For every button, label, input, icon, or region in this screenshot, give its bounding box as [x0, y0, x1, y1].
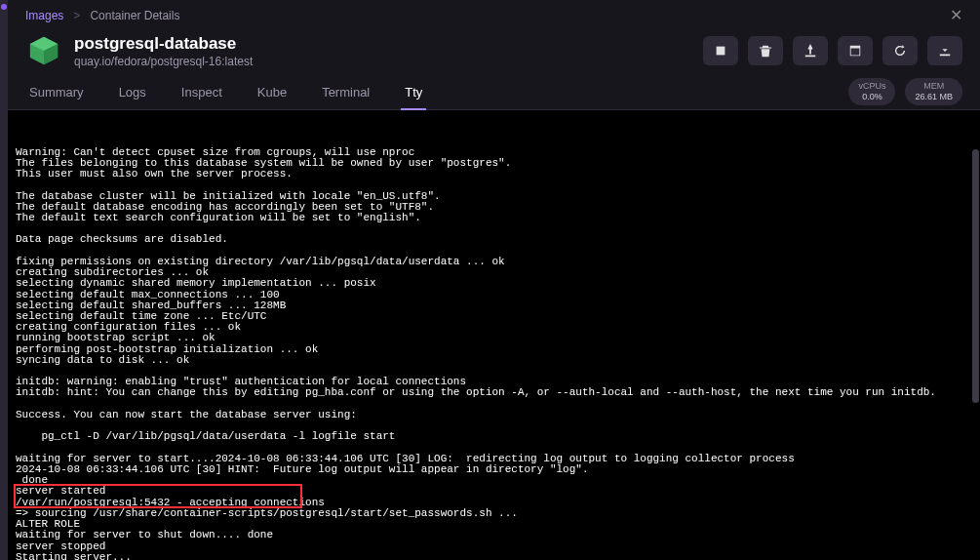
terminal-line: pg_ctl -D /var/lib/pgsql/data/userdata -…: [16, 431, 972, 442]
stats: vCPUs 0.0% MEM 26.61 MB: [848, 78, 962, 109]
terminal-line: This user must also own the server proce…: [16, 169, 972, 180]
restart-button[interactable]: [882, 36, 918, 65]
mem-value: 26.61 MB: [915, 92, 953, 102]
page-title: postgresql-database: [74, 34, 691, 54]
scrollbar-thumb[interactable]: [972, 149, 979, 403]
mem-stat: MEM 26.61 MB: [905, 78, 962, 105]
mem-label: MEM: [915, 81, 953, 92]
sidebar-stripe: [0, 0, 8, 560]
terminal-line: server started: [16, 486, 972, 497]
breadcrumb-root-link[interactable]: Images: [25, 9, 63, 22]
cpu-value: 0.0%: [858, 92, 885, 102]
sidebar-indicator-dot: [1, 4, 7, 10]
breadcrumb-current: Container Details: [90, 9, 179, 22]
tab-terminal[interactable]: Terminal: [318, 77, 373, 109]
terminal-line: syncing data to disk ... ok: [16, 355, 972, 366]
close-icon[interactable]: ✕: [950, 6, 962, 24]
terminal-line: selecting dynamic shared memory implemen…: [16, 278, 972, 289]
cpu-stat: vCPUs 0.0%: [848, 78, 895, 105]
terminal-line: Starting server...: [16, 552, 972, 560]
tab-kube[interactable]: Kube: [254, 77, 291, 109]
terminal-line: server stopped: [16, 541, 972, 552]
chevron-right-icon: >: [73, 9, 80, 22]
tabs: Summary Logs Inspect Kube Terminal Tty v…: [8, 77, 980, 110]
terminal-line: done: [16, 475, 972, 486]
tty-output[interactable]: Warning: Can't detect cpuset size from c…: [8, 110, 980, 560]
delete-button[interactable]: [748, 36, 783, 65]
open-browser-button[interactable]: [838, 36, 873, 65]
header: postgresql-database quay.io/fedora/postg…: [8, 28, 980, 77]
container-cube-icon: [25, 32, 62, 69]
terminal-line: initdb: hint: You can change this by edi…: [16, 387, 972, 398]
terminal-line: Success. You can now start the database …: [16, 410, 972, 420]
action-buttons: [703, 36, 962, 65]
tab-summary[interactable]: Summary: [25, 77, 88, 109]
terminal-line: running bootstrap script ... ok: [16, 333, 972, 343]
terminal-line: The default text search configuration wi…: [16, 213, 972, 223]
tab-inspect[interactable]: Inspect: [177, 77, 226, 109]
terminal-line: 2024-10-08 06:33:44.106 UTC [30] HINT: F…: [16, 464, 972, 475]
deploy-button[interactable]: [793, 36, 828, 65]
terminal-line: waiting for server to shut down.... done: [16, 530, 972, 540]
svg-rect-3: [717, 47, 725, 56]
export-button[interactable]: [927, 36, 962, 65]
terminal-line: [16, 180, 972, 190]
cpu-label: vCPUs: [858, 81, 885, 92]
terminal-line: Data page checksums are disabled.: [16, 234, 972, 245]
terminal-line: => sourcing /usr/share/container-scripts…: [16, 508, 972, 519]
breadcrumb-row: Images > Container Details ✕: [8, 0, 980, 28]
tab-tty[interactable]: Tty: [401, 77, 426, 109]
stop-button[interactable]: [703, 36, 738, 65]
tab-logs[interactable]: Logs: [115, 77, 150, 109]
image-reference: quay.io/fedora/postgresql-16:latest: [74, 55, 691, 68]
breadcrumb: Images > Container Details: [25, 9, 179, 22]
